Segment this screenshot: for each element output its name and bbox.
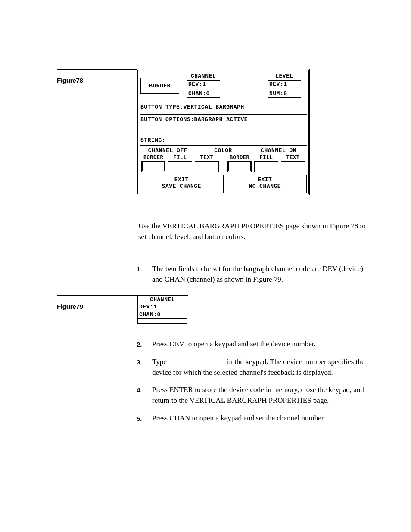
- on-text-swatch[interactable]: [281, 161, 305, 172]
- on-fill-swatch[interactable]: [254, 161, 278, 172]
- step-5-text: Press CHAN to open a keypad and set the …: [152, 413, 368, 424]
- step-5: 5. Press CHAN to open a keypad and set t…: [137, 413, 368, 424]
- intro-paragraph: Use the VERTICAL BARGRAPH PROPERTIES pag…: [137, 221, 368, 242]
- step-3-text: Typein the keypad. The device number spe…: [152, 357, 368, 378]
- step-3: 3. Typein the keypad. The device number …: [137, 357, 368, 378]
- channel-header: CHANNEL: [191, 73, 216, 79]
- off-border-label: BORDER: [140, 155, 166, 161]
- off-text-label: TEXT: [194, 155, 220, 161]
- figure-78-row: Figure78 BORDER CHANNEL DEV:1 CHAN:0 LEV…: [57, 69, 368, 195]
- level-dev-field[interactable]: DEV:1: [268, 80, 301, 88]
- step-2: 2. Press DEV to open a keypad and set th…: [137, 339, 368, 350]
- channel-chan-field[interactable]: CHAN:0: [187, 90, 220, 98]
- step-1-num: 1.: [137, 264, 152, 285]
- step-4: 4. Press ENTER to store the device code …: [137, 385, 368, 406]
- on-text-label: TEXT: [280, 155, 306, 161]
- exit-save-l1: EXIT: [140, 177, 223, 184]
- step-2-text: Press DEV to open a keypad and set the d…: [152, 339, 368, 350]
- figure-79-label: Figure79: [57, 303, 83, 310]
- exit-save-l2: SAVE CHANGE: [140, 184, 223, 190]
- off-fill-swatch[interactable]: [168, 161, 192, 172]
- button-options-row: BUTTON OPTIONS:BARGRAPH ACTIVE: [140, 114, 307, 127]
- channel-dev-field[interactable]: DEV:1: [187, 80, 220, 88]
- figure-78-label: Figure78: [57, 77, 83, 84]
- figure-79-row: Figure79 CHANNEL DEV:1 CHAN:0: [57, 295, 368, 324]
- on-fill-label: FILL: [253, 155, 279, 161]
- exit-no-l2: NO CHANGE: [224, 184, 307, 190]
- step-4-text: Press ENTER to store the device code in …: [152, 385, 368, 406]
- button-type-row: BUTTON TYPE:VERTICAL BARGRAPH: [140, 102, 307, 114]
- exit-save-button[interactable]: EXIT SAVE CHANGE: [140, 175, 223, 193]
- figure-78-panel: BORDER CHANNEL DEV:1 CHAN:0 LEVEL DEV:1 …: [137, 69, 310, 195]
- channel-off-title: CHANNEL OFF: [140, 147, 195, 154]
- off-border-swatch[interactable]: [141, 161, 165, 172]
- exit-no-l1: EXIT: [224, 177, 307, 184]
- level-num-field[interactable]: NUM:0: [268, 90, 301, 98]
- on-border-label: BORDER: [227, 155, 252, 161]
- off-text-swatch[interactable]: [195, 161, 219, 172]
- figure-79-panel: CHANNEL DEV:1 CHAN:0: [137, 295, 188, 324]
- step-2-num: 2.: [137, 339, 152, 350]
- off-fill-label: FILL: [167, 155, 193, 161]
- step-3-text-a: Type: [152, 358, 167, 366]
- step-1: 1. The two fields to be set for the barg…: [137, 264, 368, 285]
- exit-no-button[interactable]: EXIT NO CHANGE: [223, 175, 307, 193]
- level-header: LEVEL: [275, 73, 293, 79]
- string-label: STRING:: [140, 137, 165, 143]
- step-3-num: 3.: [137, 357, 152, 378]
- color-title: COLOR: [195, 147, 252, 154]
- channel-on-title: CHANNEL ON: [251, 147, 306, 154]
- step-5-num: 5.: [137, 413, 152, 424]
- string-row: STRING:: [140, 127, 307, 145]
- on-border-swatch[interactable]: [227, 161, 252, 172]
- step-1-text: The two fields to be set for the bargrap…: [152, 264, 368, 285]
- fig79-chan-field[interactable]: CHAN:0: [138, 311, 187, 318]
- fig79-dev-field[interactable]: DEV:1: [138, 303, 187, 311]
- border-button[interactable]: BORDER: [140, 78, 179, 94]
- step-4-num: 4.: [137, 385, 152, 406]
- fig79-header: CHANNEL: [138, 296, 187, 303]
- step-3-text-b: in the keypad. The device number specifi…: [152, 358, 365, 376]
